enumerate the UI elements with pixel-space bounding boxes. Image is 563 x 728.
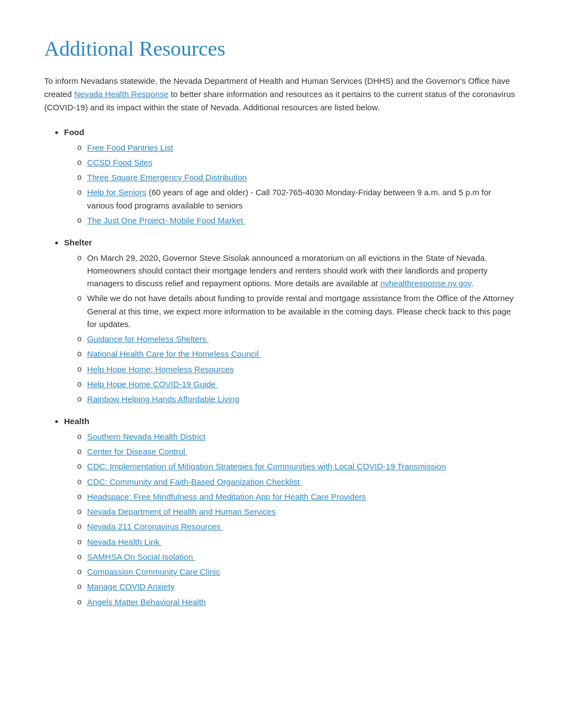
- list-item: CDC: Implementation of Mitigation Strate…: [77, 460, 519, 473]
- list-item: Help Hope Home: Homeless Resources: [77, 363, 519, 376]
- page-title: Additional Resources: [44, 33, 519, 65]
- list-item: While we do not have details about fundi…: [77, 292, 519, 330]
- three-square-link[interactable]: Three Square Emergency Food Distribution: [87, 173, 247, 182]
- shelter-section: Shelter On March 29, 2020, Governor Stev…: [64, 237, 519, 405]
- health-section-title: Health: [64, 416, 89, 426]
- list-item: Help for Seniors (60 years of age and ol…: [77, 186, 519, 212]
- help-for-seniors-text: (60 years of age and older) - Call 702-7…: [87, 188, 491, 210]
- just-one-project-link[interactable]: The Just One Project- Mobile Food Market: [87, 216, 246, 225]
- moratorium-text: On March 29, 2020, Governor Steve Sisola…: [87, 251, 519, 290]
- main-resources-list: Food Free Food Pantries List CCSD Food S…: [44, 126, 519, 608]
- help-for-seniors-link[interactable]: Help for Seniors: [87, 188, 147, 197]
- list-item: Southern Nevada Health District: [77, 430, 519, 443]
- list-item: Angels Matter Behavioral Health: [77, 596, 519, 608]
- cdc-link[interactable]: Center for Disease Control: [87, 447, 188, 456]
- help-hope-home-resources-link[interactable]: Help Hope Home: Homeless Resources: [87, 365, 234, 374]
- manage-covid-anxiety-link[interactable]: Manage COVID Anxiety: [87, 582, 174, 591]
- shelter-section-title: Shelter: [64, 238, 92, 247]
- samhsa-link[interactable]: SAMHSA On Social Isolation: [87, 552, 195, 561]
- list-item: National Health Care for the Homeless Co…: [77, 347, 519, 360]
- list-item: Free Food Pantries List: [77, 141, 519, 154]
- nevada-health-link[interactable]: Nevada Health Link: [87, 537, 162, 547]
- health-sub-list: Southern Nevada Health District Center f…: [64, 430, 519, 608]
- nevada-dhhs-link[interactable]: Nevada Department of Health and Human Se…: [87, 507, 276, 516]
- list-item: Nevada Health Link: [77, 536, 519, 548]
- shelter-sub-list: On March 29, 2020, Governor Steve Sisola…: [64, 251, 519, 406]
- list-item: Three Square Emergency Food Distribution: [77, 171, 519, 184]
- food-section-title: Food: [64, 127, 84, 137]
- national-health-care-homeless-link[interactable]: National Health Care for the Homeless Co…: [87, 349, 261, 358]
- list-item: Manage COVID Anxiety: [77, 580, 519, 593]
- food-section: Food Free Food Pantries List CCSD Food S…: [64, 126, 519, 227]
- list-item: SAMHSA On Social Isolation: [77, 550, 519, 563]
- nvhealthresponse-link[interactable]: nvhealthresponse.nv.gov: [380, 279, 471, 288]
- ccsd-food-sites-link[interactable]: CCSD Food Sites: [87, 158, 152, 167]
- southern-nevada-health-link[interactable]: Southern Nevada Health District: [87, 432, 205, 441]
- list-item: Nevada 211 Coronavirus Resources: [77, 520, 519, 533]
- list-item: Guidance for Homeless Shelters: [77, 333, 519, 345]
- cdc-community-checklist-link[interactable]: CDC: Community and Faith-Based Organizat…: [87, 477, 302, 486]
- cdc-mitigation-link[interactable]: CDC: Implementation of Mitigation Strate…: [87, 462, 446, 471]
- list-item: Rainbow Helping Hands Affordable Living: [77, 393, 519, 405]
- intro-paragraph: To inform Nevadans statewide, the Nevada…: [44, 74, 519, 114]
- list-item: The Just One Project- Mobile Food Market: [77, 214, 519, 227]
- food-sub-list: Free Food Pantries List CCSD Food Sites …: [64, 141, 519, 227]
- compassion-clinic-link[interactable]: Compassion Community Care Clinic: [87, 567, 220, 576]
- nevada-health-response-link[interactable]: Nevada Health Response: [74, 89, 168, 99]
- list-item: On March 29, 2020, Governor Steve Sisola…: [77, 251, 519, 290]
- rental-assistance-text: While we do not have details about fundi…: [87, 292, 519, 330]
- list-item: Nevada Department of Health and Human Se…: [77, 505, 519, 518]
- list-item: Headspace: Free Mindfulness and Meditati…: [77, 490, 519, 503]
- list-item: CDC: Community and Faith-Based Organizat…: [77, 475, 519, 488]
- help-hope-home-guide-link[interactable]: Help Hope Home COVID-19 Guide: [87, 379, 218, 389]
- list-item: Center for Disease Control: [77, 445, 519, 458]
- health-section: Health Southern Nevada Health District C…: [64, 415, 519, 608]
- rainbow-helping-hands-link[interactable]: Rainbow Helping Hands Affordable Living: [87, 394, 240, 404]
- nevada-211-link[interactable]: Nevada 211 Coronavirus Resources: [87, 522, 223, 531]
- list-item: Help Hope Home COVID-19 Guide: [77, 378, 519, 390]
- guidance-homeless-shelters-link[interactable]: Guidance for Homeless Shelters: [87, 334, 209, 344]
- list-item: Compassion Community Care Clinic: [77, 565, 519, 578]
- list-item: CCSD Food Sites: [77, 156, 519, 169]
- angels-matter-link[interactable]: Angels Matter Behavioral Health: [87, 597, 206, 607]
- headspace-link[interactable]: Headspace: Free Mindfulness and Meditati…: [87, 492, 366, 501]
- free-food-pantries-link[interactable]: Free Food Pantries List: [87, 143, 173, 152]
